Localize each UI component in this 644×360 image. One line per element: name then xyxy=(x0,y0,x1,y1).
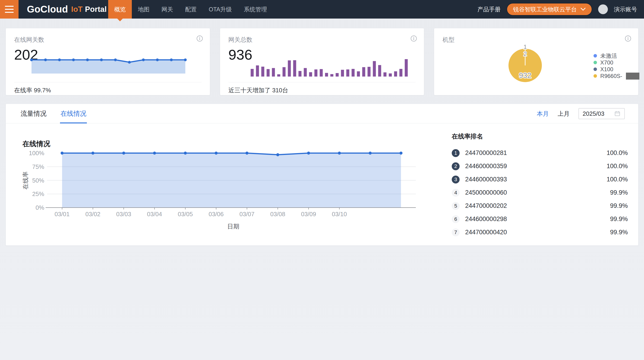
ranking-row: 7 244700000420 99.9% xyxy=(452,226,628,239)
rank-badge: 4 xyxy=(452,189,460,197)
gateway-total-bar-chart xyxy=(250,58,409,77)
online-rate-ranking: 在线率排名 1 244700000281 100.0% 2 2446000003… xyxy=(452,132,628,239)
svg-text:0%: 0% xyxy=(36,204,44,211)
main-panel: 流量情况 在线情况 本月 上月 2025/03 在线情况 100%75%50%2… xyxy=(6,104,638,245)
online-gateways-sparkline-chart xyxy=(30,58,187,75)
info-icon[interactable] xyxy=(625,35,631,42)
svg-text:03/10: 03/10 xyxy=(332,211,347,218)
card-title: 网关总数 xyxy=(228,36,252,44)
rank-badge: 1 xyxy=(452,149,460,157)
legend-dot xyxy=(594,74,597,78)
model-legend: 未激活 X700 X100 R9660S- xyxy=(594,52,639,79)
info-icon[interactable] xyxy=(196,35,203,42)
svg-text:03/09: 03/09 xyxy=(301,211,316,218)
month-picker[interactable]: 2025/03 xyxy=(578,108,625,119)
main-nav: 概览 地图 网关 配置 OTA升级 系统管理 xyxy=(108,0,273,19)
online-rate-value: 99.9% xyxy=(610,189,628,196)
svg-text:75%: 75% xyxy=(32,163,44,170)
svg-text:100%: 100% xyxy=(29,150,44,156)
gateway-id: 245000000060 xyxy=(465,189,507,196)
tab-traffic[interactable]: 流量情况 xyxy=(20,104,47,123)
logo-suffix: Portal xyxy=(85,5,107,14)
model-pie-chart: 1 2 932 xyxy=(504,43,546,87)
online-rate-footer: 在线率 99.7% xyxy=(14,86,51,94)
svg-text:03/07: 03/07 xyxy=(239,211,254,218)
nav-item-gateway[interactable]: 网关 xyxy=(156,0,179,19)
svg-text:932: 932 xyxy=(519,71,532,80)
legend-item-inactive[interactable]: 未激活 xyxy=(594,52,639,59)
ranking-row: 3 244600000393 100.0% xyxy=(452,173,628,186)
app-logo: GoCloud IoT Portal xyxy=(27,0,106,19)
platform-selector[interactable]: 锐谷智联工业物联云平台 xyxy=(507,3,592,16)
online-rate-value: 100.0% xyxy=(606,163,628,170)
svg-text:03/08: 03/08 xyxy=(270,211,285,218)
navbar-right: 产品手册 锐谷智联工业物联云平台 演示账号 xyxy=(478,0,637,19)
nav-item-ota[interactable]: OTA升级 xyxy=(203,0,238,19)
legend-dot xyxy=(594,68,597,71)
card-online-gateways: 在线网关数 202 在线率 99.7% xyxy=(6,28,210,95)
rank-badge: 7 xyxy=(452,229,460,236)
info-icon[interactable] xyxy=(410,35,417,42)
rank-badge: 3 xyxy=(452,175,460,184)
redacted-text-block xyxy=(626,73,639,80)
panel-tabs: 流量情况 在线情况 xyxy=(20,104,87,123)
gateway-id: 244600000393 xyxy=(465,176,507,183)
legend-dot xyxy=(594,54,597,58)
platform-selector-label: 锐谷智联工业物联云平台 xyxy=(513,6,577,13)
legend-label: R9660S- xyxy=(600,73,622,79)
top-navbar: GoCloud IoT Portal 概览 地图 网关 配置 OTA升级 系统管… xyxy=(0,0,644,19)
nav-item-map[interactable]: 地图 xyxy=(132,0,156,19)
divider xyxy=(228,82,416,82)
panel-controls: 本月 上月 2025/03 xyxy=(537,104,625,123)
logo-accent: IoT xyxy=(71,5,82,14)
online-rate-value: 100.0% xyxy=(606,149,628,156)
svg-text:03/01: 03/01 xyxy=(54,211,70,218)
card-total-gateways: 网关总数 936 近三十天增加了 310台 xyxy=(220,28,424,95)
svg-text:25%: 25% xyxy=(32,191,44,197)
tab-online[interactable]: 在线情况 xyxy=(60,104,87,123)
calendar-icon xyxy=(614,110,620,117)
rank-badge: 2 xyxy=(452,162,460,170)
hamburger-menu-icon[interactable] xyxy=(0,0,18,19)
card-title: 在线网关数 xyxy=(14,36,44,44)
legend-item-x100[interactable]: X100 xyxy=(594,66,639,73)
chevron-down-icon xyxy=(580,8,586,11)
svg-text:1: 1 xyxy=(524,43,527,50)
svg-text:03/05: 03/05 xyxy=(178,211,193,218)
svg-text:在线率: 在线率 xyxy=(22,171,29,190)
divider xyxy=(14,82,202,82)
online-rate-value: 99.9% xyxy=(610,229,628,236)
legend-label: 未激活 xyxy=(600,52,617,60)
gateway-id: 244600000298 xyxy=(465,216,507,223)
legend-label: X700 xyxy=(600,59,613,66)
range-last-month-button[interactable]: 上月 xyxy=(558,110,570,118)
online-rate-value: 99.9% xyxy=(610,202,628,210)
legend-item-r9660s[interactable]: R9660S- xyxy=(594,73,639,79)
rank-badge: 6 xyxy=(452,215,460,223)
svg-text:03/02: 03/02 xyxy=(85,211,100,218)
legend-item-x700[interactable]: X700 xyxy=(594,59,639,66)
gateway-id: 244700000420 xyxy=(465,229,507,236)
online-rate-chart: 100%75%50%25%0%03/0103/0203/0303/0403/05… xyxy=(22,148,419,234)
legend-dot xyxy=(594,61,597,64)
account-name: 演示账号 xyxy=(614,6,637,13)
svg-text:日期: 日期 xyxy=(227,223,239,230)
ranking-row: 6 244600000298 99.9% xyxy=(452,213,628,226)
legend-label: X100 xyxy=(600,66,613,73)
gateway-id: 244700000281 xyxy=(465,149,507,156)
svg-text:50%: 50% xyxy=(32,177,44,184)
avatar[interactable] xyxy=(598,5,608,14)
ranking-row: 2 244600000359 100.0% xyxy=(452,159,628,173)
card-title: 机型 xyxy=(442,36,454,44)
online-rate-value: 100.0% xyxy=(606,176,628,183)
svg-text:03/03: 03/03 xyxy=(116,211,131,218)
nav-item-system[interactable]: 系统管理 xyxy=(238,0,273,19)
nav-item-config[interactable]: 配置 xyxy=(179,0,203,19)
svg-text:03/04: 03/04 xyxy=(147,211,162,218)
tabs-row: 流量情况 在线情况 本月 上月 2025/03 xyxy=(6,104,638,123)
product-manual-link[interactable]: 产品手册 xyxy=(478,6,500,13)
nav-item-overview[interactable]: 概览 xyxy=(108,0,132,19)
month-picker-value: 2025/03 xyxy=(582,110,604,117)
range-this-month-button[interactable]: 本月 xyxy=(537,110,549,118)
gateway-id: 244600000359 xyxy=(465,163,507,170)
